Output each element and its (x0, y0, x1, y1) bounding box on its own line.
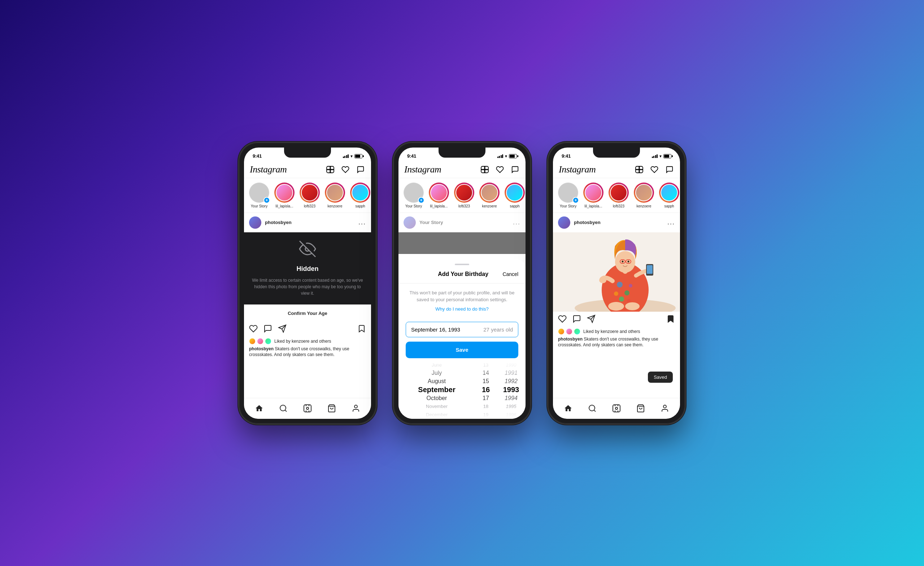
heart-icon-middle[interactable] (495, 165, 505, 174)
time-middle: 9:41 (407, 153, 416, 159)
hidden-content-left: Hidden We limit access to certain conten… (244, 232, 371, 304)
post-username-middle: Your Story (419, 220, 509, 225)
ig-logo-middle: Instagram (404, 164, 441, 175)
nav-profile-left[interactable] (348, 400, 364, 416)
battery-left (354, 154, 362, 158)
action-bar-right (553, 312, 680, 328)
date-input-row[interactable]: September 16, 1993 27 years old (406, 322, 518, 337)
bookmark-icon-right[interactable] (666, 314, 675, 325)
nav-home-right[interactable] (560, 400, 576, 416)
comment-icon-left[interactable] (264, 324, 272, 335)
story-4-left[interactable]: sapph (350, 183, 370, 208)
mini-avatar-2-right (566, 328, 573, 335)
picker-day-17: 17 (475, 394, 496, 402)
like-icon-left[interactable] (249, 324, 258, 335)
nav-reels-left[interactable] (300, 400, 315, 416)
svg-point-34 (622, 261, 624, 262)
share-icon-left[interactable] (278, 324, 286, 335)
story-1-right[interactable]: lil_lapisla... (583, 183, 603, 208)
hidden-title-left: Hidden (297, 265, 319, 273)
messenger-icon-middle[interactable] (510, 165, 520, 174)
status-icons-right: ▾ (652, 154, 672, 159)
story-1-middle[interactable]: lil_lapisla... (429, 183, 449, 208)
caption-username-right: photosbyen (558, 337, 582, 341)
post-more-right[interactable]: ... (668, 219, 675, 226)
story-2-middle[interactable]: lofti323 (454, 183, 474, 208)
story-4-middle[interactable]: sapph (505, 183, 525, 208)
nav-search-left[interactable] (275, 400, 291, 416)
nav-shop-left[interactable] (324, 400, 340, 416)
story-3-right[interactable]: kenzoere (634, 183, 654, 208)
mini-avatar-3-right (574, 328, 580, 335)
plus-icon-left[interactable] (326, 165, 335, 174)
heart-icon-right[interactable] (650, 165, 659, 174)
post-header-left: photosbyen ... (244, 213, 371, 232)
story-yours-left[interactable]: + Your Story (249, 183, 269, 208)
story-label-yours-right: Your Story (558, 204, 579, 208)
nav-search-right[interactable] (584, 400, 600, 416)
svg-point-35 (628, 261, 630, 262)
svg-rect-16 (636, 169, 643, 170)
ig-header-left: Instagram (244, 163, 371, 178)
date-picker[interactable]: June July August September October Novem… (399, 361, 525, 419)
confirm-age-bar-left[interactable]: Confirm Your Age (244, 304, 371, 321)
story-3-middle[interactable]: kenzoere (479, 183, 500, 208)
comment-icon-right[interactable] (573, 314, 581, 325)
sheet-why-link[interactable]: Why do I need to do this? (399, 305, 525, 317)
story-yours-middle[interactable]: + Your Story (404, 183, 424, 208)
svg-point-23 (614, 292, 618, 296)
wifi-middle: ▾ (505, 154, 507, 159)
svg-point-38 (599, 277, 606, 283)
story-4-right[interactable]: sapph (659, 183, 679, 208)
post-more-middle[interactable]: ... (513, 219, 520, 226)
nav-reels-right[interactable] (609, 400, 624, 416)
messenger-icon-left[interactable] (356, 165, 365, 174)
heart-icon-left[interactable] (341, 165, 350, 174)
sheet-cancel-button[interactable]: Cancel (502, 271, 518, 277)
story-2-left[interactable]: lofti323 (300, 183, 320, 208)
ig-header-icons-middle (480, 165, 520, 174)
picker-year-col[interactable]: 1990 1991 1992 1993 1994 1995 1996 (496, 361, 525, 419)
date-value: September 16, 1993 (411, 326, 460, 332)
story-3-left[interactable]: kenzoere (325, 183, 345, 208)
save-button[interactable]: Save (406, 341, 518, 358)
svg-point-21 (617, 282, 622, 287)
story-label-2-middle: lofti323 (454, 204, 475, 208)
birthday-sheet: Add Your Birthday Cancel This won't be p… (399, 259, 525, 419)
bookmark-icon-left[interactable] (357, 324, 366, 335)
post-username-right: photosbyen (574, 220, 664, 225)
wifi-right: ▾ (659, 154, 662, 159)
nav-profile-right[interactable] (657, 400, 673, 416)
svg-point-27 (608, 302, 624, 311)
likes-avatars-left: Liked by kenzoere and others (249, 338, 366, 344)
svg-line-42 (594, 410, 595, 412)
plus-icon-middle[interactable] (480, 165, 489, 174)
post-more-left[interactable]: ... (358, 219, 366, 226)
story-2-right[interactable]: lofti323 (609, 183, 629, 208)
picker-month-august: August (399, 377, 475, 385)
action-bar-left (244, 321, 371, 338)
hidden-desc-left: We limit access to certain content based… (251, 277, 364, 296)
picker-day-col[interactable]: 13 14 15 16 17 18 19 (475, 361, 496, 419)
story-yours-right[interactable]: + Your Story (558, 183, 578, 208)
story-1-left[interactable]: lil_lapisla... (274, 183, 294, 208)
share-icon-right[interactable] (587, 314, 596, 325)
nav-shop-right[interactable] (633, 400, 649, 416)
bottom-nav-right (553, 398, 680, 419)
sheet-handle (455, 264, 469, 265)
messenger-icon-right[interactable] (665, 165, 674, 174)
picker-month-october: October (399, 394, 475, 402)
sheet-desc: This won't be part of your public profil… (399, 283, 525, 305)
story-label-2-right: lofti323 (608, 204, 629, 208)
ig-logo-left: Instagram (250, 164, 286, 175)
picker-day-15: 15 (475, 377, 496, 385)
picker-month-col[interactable]: June July August September October Novem… (399, 361, 475, 419)
signal-left (343, 154, 349, 158)
picker-year-1990: 1990 (496, 361, 525, 369)
plus-icon-right[interactable] (634, 165, 644, 174)
sheet-title: Add Your Birthday (424, 271, 502, 277)
action-left-icons-right (558, 314, 596, 325)
nav-home-left[interactable] (251, 400, 267, 416)
like-icon-right[interactable] (558, 314, 567, 325)
story-label-1-right: lil_lapisla... (583, 204, 604, 208)
